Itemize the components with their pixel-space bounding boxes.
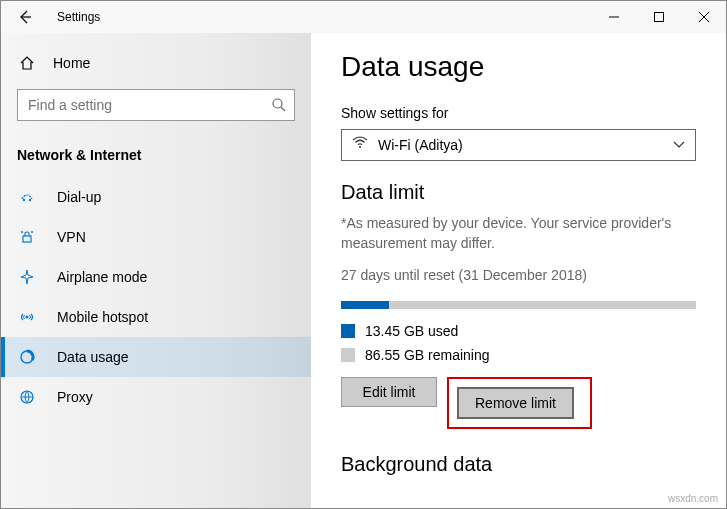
sidebar-item-hotspot[interactable]: Mobile hotspot [1, 297, 311, 337]
content-area: Data usage Show settings for Wi-Fi (Adit… [311, 33, 726, 508]
arrow-left-icon [17, 9, 33, 25]
legend-remaining: 86.55 GB remaining [341, 347, 696, 363]
sidebar-item-label: Data usage [57, 349, 129, 365]
used-swatch [341, 324, 355, 338]
titlebar: Settings [1, 1, 726, 33]
highlight-box: Remove limit [447, 377, 592, 429]
page-title: Data usage [341, 51, 696, 83]
minimize-icon [609, 12, 619, 22]
home-button[interactable]: Home [1, 45, 311, 81]
hotspot-icon [17, 309, 37, 325]
sidebar-item-proxy[interactable]: Proxy [1, 377, 311, 417]
sidebar-item-label: Dial-up [57, 189, 101, 205]
close-button[interactable] [681, 1, 726, 33]
close-icon [699, 12, 709, 22]
button-row: Edit limit Remove limit [341, 377, 696, 429]
search-input[interactable] [17, 89, 295, 121]
sidebar-item-label: Proxy [57, 389, 93, 405]
maximize-button[interactable] [636, 1, 681, 33]
svg-rect-0 [654, 13, 663, 22]
window-controls [591, 1, 726, 33]
legend-used: 13.45 GB used [341, 323, 696, 339]
proxy-icon [17, 389, 37, 405]
svg-point-10 [359, 146, 361, 148]
edit-limit-button[interactable]: Edit limit [341, 377, 437, 407]
dropdown-value: Wi-Fi (Aditya) [378, 137, 673, 153]
remaining-swatch [341, 348, 355, 362]
search-box [17, 89, 295, 121]
window-title: Settings [57, 10, 100, 24]
minimize-button[interactable] [591, 1, 636, 33]
chevron-down-icon [673, 140, 685, 151]
progress-fill [341, 301, 389, 309]
show-settings-label: Show settings for [341, 105, 696, 121]
sidebar-item-dialup[interactable]: Dial-up [1, 177, 311, 217]
svg-point-2 [23, 199, 25, 201]
svg-point-6 [31, 231, 33, 233]
reset-info: 27 days until reset (31 December 2018) [341, 267, 696, 283]
sidebar-item-datausage[interactable]: Data usage [1, 337, 311, 377]
remove-limit-button[interactable]: Remove limit [457, 387, 574, 419]
sidebar-item-airplane[interactable]: Airplane mode [1, 257, 311, 297]
disclaimer-text: *As measured by your device. Your servic… [341, 214, 696, 253]
svg-point-3 [29, 199, 31, 201]
data-progress-bar [341, 301, 696, 309]
home-label: Home [53, 55, 90, 71]
datausage-icon [17, 349, 37, 365]
maximize-icon [654, 12, 664, 22]
svg-point-7 [26, 316, 29, 319]
sidebar-item-label: Airplane mode [57, 269, 147, 285]
used-text: 13.45 GB used [365, 323, 458, 339]
watermark: wsxdn.com [668, 493, 718, 504]
airplane-icon [17, 269, 37, 285]
sidebar-item-label: VPN [57, 229, 86, 245]
vpn-icon [17, 229, 37, 245]
network-dropdown[interactable]: Wi-Fi (Aditya) [341, 129, 696, 161]
dialup-icon [17, 189, 37, 205]
background-data-title: Background data [341, 453, 696, 476]
category-header: Network & Internet [1, 137, 311, 177]
sidebar-item-label: Mobile hotspot [57, 309, 148, 325]
svg-rect-4 [23, 236, 31, 242]
data-limit-title: Data limit [341, 181, 696, 204]
home-icon [17, 55, 37, 71]
back-button[interactable] [1, 1, 49, 33]
sidebar: Home Network & Internet Dial-up VPN [1, 33, 311, 508]
remaining-text: 86.55 GB remaining [365, 347, 490, 363]
svg-point-5 [21, 231, 23, 233]
sidebar-item-vpn[interactable]: VPN [1, 217, 311, 257]
wifi-icon [352, 136, 368, 154]
